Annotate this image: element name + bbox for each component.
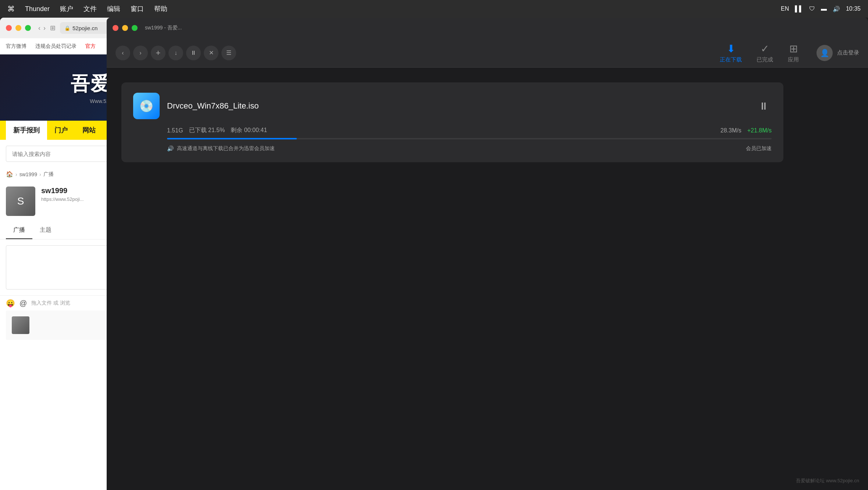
- menu-edit[interactable]: 编辑: [107, 4, 120, 13]
- dl-traffic-lights: [113, 25, 138, 31]
- dl-progress-fill: [167, 138, 297, 139]
- time-display: 10:35: [846, 6, 861, 12]
- dl-minimize-button[interactable]: [122, 25, 128, 31]
- maximize-button[interactable]: [25, 25, 31, 31]
- menu-window[interactable]: 窗口: [131, 4, 144, 13]
- tab-completed-label: 已完成: [757, 56, 773, 63]
- navbar-portal[interactable]: 门户: [47, 121, 75, 140]
- downloading-icon: ⬇: [727, 43, 735, 55]
- battery-bar-icon: ▬: [821, 6, 827, 12]
- dl-progress-label: 已下载 21.5%: [189, 127, 225, 134]
- breadcrumb-home-icon[interactable]: 🏠: [6, 171, 13, 178]
- dl-item-pause-button[interactable]: ⏸: [755, 98, 772, 114]
- menu-bar: ⌘ Thunder 账户 文件 编辑 窗口 帮助 EN ▌▌ 🛡 ▬ 🔊 10:…: [0, 0, 868, 18]
- dl-pause-all-button[interactable]: ⏸: [186, 46, 201, 60]
- tab-completed[interactable]: ✓ 已完成: [757, 43, 773, 63]
- pause-icon: ⏸: [758, 100, 769, 112]
- lock-icon: 🔒: [64, 25, 70, 31]
- menu-bar-right: EN ▌▌ 🛡 ▬ 🔊 10:35: [781, 6, 861, 13]
- dl-pause-icon: ⏸: [191, 50, 196, 56]
- dl-member-accel-text: 会员已加速: [746, 145, 772, 152]
- dl-accel-speed: +21.8M/s: [747, 127, 772, 134]
- dl-titlebar: sw1999 - 吾爱...: [107, 18, 868, 38]
- breadcrumb-sep2: ›: [39, 171, 41, 177]
- user-avatar: S: [6, 187, 35, 216]
- site-watermark: 吾爱破解论坛 www.52pojie.cn: [796, 477, 859, 484]
- dl-file-size: 1.51G: [167, 127, 183, 134]
- dl-window-title: sw1999 - 吾爱...: [145, 25, 182, 31]
- breadcrumb-page[interactable]: 广播: [43, 171, 54, 178]
- menu-account[interactable]: 账户: [60, 4, 73, 13]
- notice-sound-icon: 🔊: [167, 145, 174, 152]
- dl-down-button[interactable]: ↓: [168, 46, 183, 60]
- dl-forward-icon: ›: [139, 50, 141, 56]
- tab-apps[interactable]: ⊞ 应用: [788, 43, 799, 63]
- dl-progress-section: 1.51G 已下载 21.5% 剩余 00:00:41 28.3M/s +21.…: [133, 127, 772, 152]
- dl-item-header: 💿 Drvceo_Win7x86_Lite.iso ⏸: [133, 93, 772, 119]
- minimize-button[interactable]: [15, 25, 21, 31]
- url-text: 52pojie.cn: [72, 25, 97, 31]
- dl-close-icon: ✕: [209, 49, 214, 56]
- dl-progress-bar: [167, 138, 772, 139]
- traffic-lights: [6, 25, 31, 31]
- volume-icon: 🔊: [833, 6, 840, 13]
- compose-hint: 拖入文件 或 浏览: [31, 300, 70, 306]
- completed-icon: ✓: [761, 43, 769, 55]
- dl-close-all-button[interactable]: ✕: [204, 46, 218, 60]
- dl-speed: 28.3M/s: [721, 127, 741, 134]
- menu-help[interactable]: 帮助: [154, 4, 167, 13]
- topnav-official[interactable]: 官方: [85, 43, 96, 50]
- dl-user-area: 👤 点击登录: [817, 45, 859, 61]
- breadcrumb-user[interactable]: sw1999: [19, 171, 37, 177]
- tab-downloading-label: 正在下载: [720, 56, 742, 63]
- file-type-icon: 💿: [139, 99, 154, 113]
- dl-add-button[interactable]: +: [151, 46, 166, 60]
- dl-login-label[interactable]: 点击登录: [837, 49, 859, 56]
- tab-downloading[interactable]: ⬇ 正在下载: [720, 43, 742, 63]
- dl-back-icon: ‹: [122, 50, 124, 56]
- dl-list-button[interactable]: ☰: [221, 46, 236, 60]
- at-icon[interactable]: @: [19, 299, 27, 308]
- dl-tabs-area: ⬇ 正在下载 ✓ 已完成 ⊞ 应用: [720, 43, 799, 63]
- dl-down-icon: ↓: [174, 50, 177, 56]
- avatar-image: S: [6, 187, 35, 216]
- dl-remaining-label: 剩余 00:00:41: [231, 127, 267, 134]
- dl-filename: Drvceo_Win7x86_Lite.iso: [167, 101, 748, 111]
- dl-speed-section: 28.3M/s +21.8M/s: [721, 127, 772, 134]
- dl-user-avatar: 👤: [817, 45, 833, 61]
- navbar-signup[interactable]: 新手报到: [6, 121, 47, 140]
- dl-item-card: 💿 Drvceo_Win7x86_Lite.iso ⏸ 1.51G 已下载 21…: [121, 82, 783, 162]
- dl-content: 💿 Drvceo_Win7x86_Lite.iso ⏸ 1.51G 已下载 21…: [107, 68, 868, 490]
- shield-icon: 🛡: [809, 6, 815, 12]
- user-avatar-icon: 👤: [820, 49, 829, 57]
- dl-list-icon: ☰: [226, 49, 231, 56]
- download-window: sw1999 - 吾爱... ‹ › + ↓ ⏸ ✕ ☰ ⬇ 正在下载: [107, 18, 868, 490]
- tab-broadcast[interactable]: 广播: [6, 222, 32, 239]
- post-author-avatar: [12, 316, 29, 334]
- dl-close-button[interactable]: [113, 25, 118, 31]
- breadcrumb-sep1: ›: [15, 171, 17, 177]
- forward-button[interactable]: ›: [43, 24, 46, 32]
- apple-menu[interactable]: ⌘: [7, 4, 15, 13]
- tab-apps-label: 应用: [788, 56, 799, 63]
- dl-toolbar: ‹ › + ↓ ⏸ ✕ ☰ ⬇ 正在下载 ✓ 已完成: [107, 38, 868, 68]
- lang-indicator: EN: [781, 6, 789, 12]
- dl-stats: 1.51G 已下载 21.5% 剩余 00:00:41 28.3M/s +21.…: [167, 127, 772, 134]
- topnav-violations[interactable]: 违规会员处罚记录: [35, 43, 77, 50]
- apps-icon: ⊞: [789, 43, 798, 55]
- navbar-site[interactable]: 网站: [75, 121, 103, 140]
- close-button[interactable]: [6, 25, 12, 31]
- dl-back-button[interactable]: ‹: [115, 46, 130, 60]
- tab-topics[interactable]: 主题: [32, 222, 59, 239]
- dl-notice-text: 高速通道与离线下载已合并为迅雷会员加速: [177, 145, 275, 152]
- menu-thunder[interactable]: Thunder: [25, 5, 50, 13]
- back-button[interactable]: ‹: [38, 24, 40, 32]
- sidebar-toggle-button[interactable]: ⊞: [50, 24, 56, 32]
- dl-add-icon: +: [156, 48, 161, 58]
- emoji-icon[interactable]: 😛: [6, 299, 15, 308]
- dl-maximize-button[interactable]: [132, 25, 138, 31]
- topnav-weibo[interactable]: 官方微博: [6, 43, 26, 50]
- battery-icon: ▌▌: [795, 6, 803, 12]
- menu-file[interactable]: 文件: [83, 4, 97, 13]
- dl-forward-button[interactable]: ›: [133, 46, 148, 60]
